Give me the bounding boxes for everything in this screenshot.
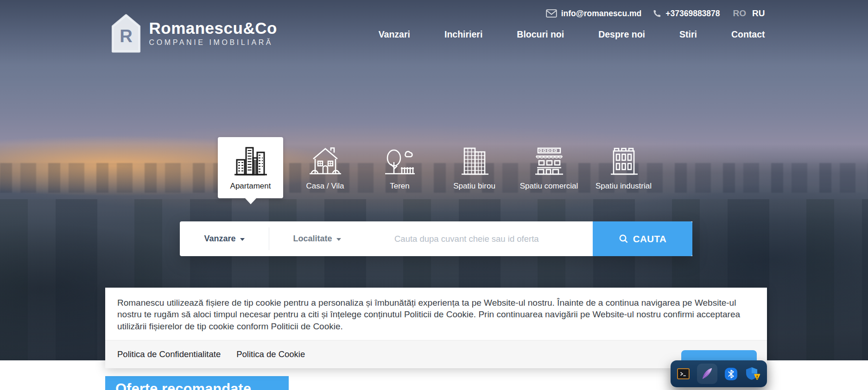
- nav-item-contact[interactable]: Contact: [731, 29, 765, 40]
- feather-pen-icon[interactable]: [697, 364, 717, 384]
- section-title: Oferte recomandate: [115, 381, 251, 390]
- tab-label: Teren: [390, 182, 410, 191]
- cookie-message: Romanescu utilizează fișiere de tip cook…: [105, 288, 767, 340]
- email-text: info@romanescu.md: [561, 9, 642, 19]
- tab-spatiu-industrial[interactable]: Spatiu industrial: [586, 137, 661, 198]
- storefront-icon: [532, 146, 567, 176]
- bluetooth-icon[interactable]: [725, 368, 737, 380]
- office-towers-icon: [457, 146, 492, 176]
- nav-item-vanzari[interactable]: Vanzari: [379, 29, 410, 40]
- brand-logo[interactable]: R Romanescu&Co COMPANIE IMOBILIARĂ: [110, 14, 277, 53]
- search-icon: [619, 234, 628, 244]
- tab-label: Spatiu industrial: [596, 182, 652, 191]
- tab-apartament[interactable]: Apartament: [218, 137, 283, 198]
- house-icon: [308, 146, 343, 176]
- lang-ro[interactable]: RO: [733, 8, 747, 19]
- chevron-down-icon: [240, 238, 245, 241]
- apartment-buildings-icon: [233, 146, 268, 176]
- chevron-down-icon: [336, 238, 341, 241]
- phone-text: +37369883878: [665, 9, 720, 19]
- cookie-footer: Politica de Confidentialitate Politica d…: [105, 340, 767, 368]
- phone-link[interactable]: +37369883878: [653, 9, 720, 19]
- keyword-search-input[interactable]: [365, 221, 593, 256]
- language-switcher: RO RU: [733, 8, 765, 19]
- privacy-policy-link[interactable]: Politica de Confidentialitate: [117, 349, 221, 359]
- locality-select[interactable]: Localitate: [269, 221, 365, 256]
- site-header: R Romanescu&Co COMPANIE IMOBILIARĂ info@…: [103, 0, 765, 69]
- property-type-tabs: Apartament Casa / Vila: [213, 137, 661, 198]
- deal-type-value: Vanzare: [204, 234, 235, 244]
- tab-spatiu-comercial[interactable]: Spatiu comercial: [512, 137, 586, 198]
- envelope-icon: [546, 9, 557, 18]
- tab-spatiu-birou[interactable]: Spatiu birou: [437, 137, 512, 198]
- svg-text:R: R: [120, 26, 133, 46]
- phone-icon: [653, 9, 661, 18]
- land-tree-icon: [382, 146, 418, 176]
- taskbar-dock: [671, 360, 767, 387]
- nav-item-despre-noi[interactable]: Despre noi: [598, 29, 645, 40]
- lang-ru[interactable]: RU: [752, 8, 765, 19]
- tab-label: Spatiu comercial: [520, 182, 578, 191]
- nav-item-stiri[interactable]: Stiri: [679, 29, 697, 40]
- deal-type-select[interactable]: Vanzare: [180, 221, 269, 256]
- email-link[interactable]: info@romanescu.md: [546, 9, 642, 19]
- topbar: info@romanescu.md +37369883878 RO RU: [546, 8, 765, 19]
- tab-teren[interactable]: Teren: [362, 137, 437, 198]
- tab-label: Casa / Vila: [306, 182, 344, 191]
- main-nav: Vanzari Inchirieri Blocuri noi Despre no…: [379, 29, 765, 40]
- recommended-offers-heading: Oferte recomandate: [105, 376, 289, 390]
- industrial-building-icon: [606, 146, 641, 176]
- brand-name: Romanescu&Co: [149, 20, 277, 37]
- cookie-banner: Romanescu utilizează fișiere de tip cook…: [105, 288, 767, 368]
- nav-item-inchirieri[interactable]: Inchirieri: [444, 29, 482, 40]
- nav-item-blocuri-noi[interactable]: Blocuri noi: [517, 29, 564, 40]
- tab-casa-vila[interactable]: Casa / Vila: [288, 137, 362, 198]
- search-bar: Vanzare Localitate CAUTA: [180, 221, 692, 256]
- terminal-icon[interactable]: [677, 368, 690, 379]
- tab-label: Apartament: [230, 182, 271, 191]
- brand-tagline: COMPANIE IMOBILIARĂ: [149, 38, 277, 47]
- page: R Romanescu&Co COMPANIE IMOBILIARĂ info@…: [0, 0, 868, 390]
- logo-house-icon: R: [110, 14, 142, 53]
- locality-value: Localitate: [293, 234, 332, 244]
- security-shield-warning-icon[interactable]: [745, 366, 760, 381]
- tab-label: Spatiu birou: [453, 182, 495, 191]
- search-button-label: CAUTA: [633, 233, 667, 245]
- cookie-policy-link[interactable]: Politica de Cookie: [236, 349, 305, 359]
- search-button[interactable]: CAUTA: [593, 221, 692, 256]
